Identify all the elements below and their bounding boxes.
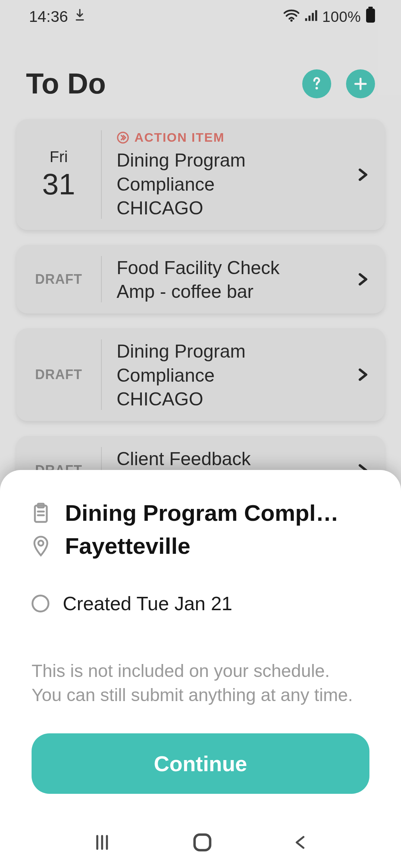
clipboard-icon (32, 503, 50, 523)
todo-list: Fri 31 ACTION ITEM Dining Program Compli… (0, 119, 401, 504)
back-button[interactable] (293, 833, 309, 854)
location-pin-icon (32, 535, 50, 557)
signal-icon (304, 8, 318, 26)
card-subtitle: Amp - coffee bar (117, 281, 342, 302)
battery-percentage: 100% (322, 9, 361, 25)
todo-card[interactable]: DRAFT Food Facility Check Amp - coffee b… (16, 245, 385, 313)
recents-button[interactable] (92, 833, 112, 854)
status-bar: 14:36 100% (0, 0, 401, 33)
svg-point-7 (316, 87, 318, 89)
plus-icon (353, 76, 368, 92)
card-draft-label: DRAFT (16, 256, 102, 302)
svg-rect-3 (312, 13, 313, 21)
page-title: To Do (26, 67, 287, 101)
todo-card[interactable]: Fri 31 ACTION ITEM Dining Program Compli… (16, 119, 385, 230)
system-nav-bar (0, 818, 401, 868)
question-icon (309, 75, 324, 93)
svg-rect-6 (366, 9, 375, 23)
battery-icon (365, 7, 376, 27)
continue-button[interactable]: Continue (32, 733, 369, 794)
wifi-icon (283, 8, 300, 26)
svg-rect-5 (368, 7, 373, 9)
card-title: Dining Program Compliance (117, 148, 342, 197)
card-draft-label: DRAFT (16, 339, 102, 410)
action-item-label: ACTION ITEM (134, 130, 225, 145)
status-time: 14:36 (29, 8, 68, 26)
sheet-note-line: You can still submit anything at any tim… (32, 683, 369, 707)
help-button[interactable] (302, 69, 331, 98)
sheet-location: Fayetteville (65, 533, 190, 559)
svg-point-11 (38, 540, 43, 546)
chevron-right-icon (351, 270, 374, 289)
svg-rect-2 (308, 16, 310, 21)
svg-rect-1 (305, 18, 307, 21)
sheet-note: This is not included on your schedule. Y… (32, 659, 369, 707)
radio-unchecked-icon (32, 595, 49, 612)
sheet-note-line: This is not included on your schedule. (32, 659, 369, 683)
card-title: Dining Program Compliance (117, 339, 342, 388)
card-day-number: 31 (42, 167, 75, 201)
sheet-created-text: Created Tue Jan 21 (63, 592, 232, 615)
card-date: Fri 31 (16, 130, 102, 219)
action-icon (117, 131, 129, 144)
card-title: Food Facility Check (117, 256, 342, 280)
card-subtitle: CHICAGO (117, 388, 342, 410)
card-subtitle: CHICAGO (117, 197, 342, 219)
sheet-created-row[interactable]: Created Tue Jan 21 (32, 592, 369, 615)
chevron-right-icon (351, 365, 374, 384)
svg-rect-12 (195, 835, 210, 850)
chevron-right-icon (351, 165, 374, 184)
svg-point-0 (290, 19, 293, 22)
bottom-sheet: Dining Program Compl… Fayetteville Creat… (0, 470, 401, 868)
add-button[interactable] (346, 69, 375, 98)
svg-rect-4 (315, 10, 317, 21)
todo-card[interactable]: DRAFT Dining Program Compliance CHICAGO (16, 328, 385, 421)
action-item-badge: ACTION ITEM (117, 130, 342, 145)
sheet-title: Dining Program Compl… (65, 500, 339, 526)
card-dow: Fri (50, 148, 68, 166)
page-header: To Do (0, 33, 401, 119)
home-button[interactable] (192, 832, 213, 854)
download-icon (75, 8, 85, 26)
card-title: Client Feedback (117, 447, 342, 471)
